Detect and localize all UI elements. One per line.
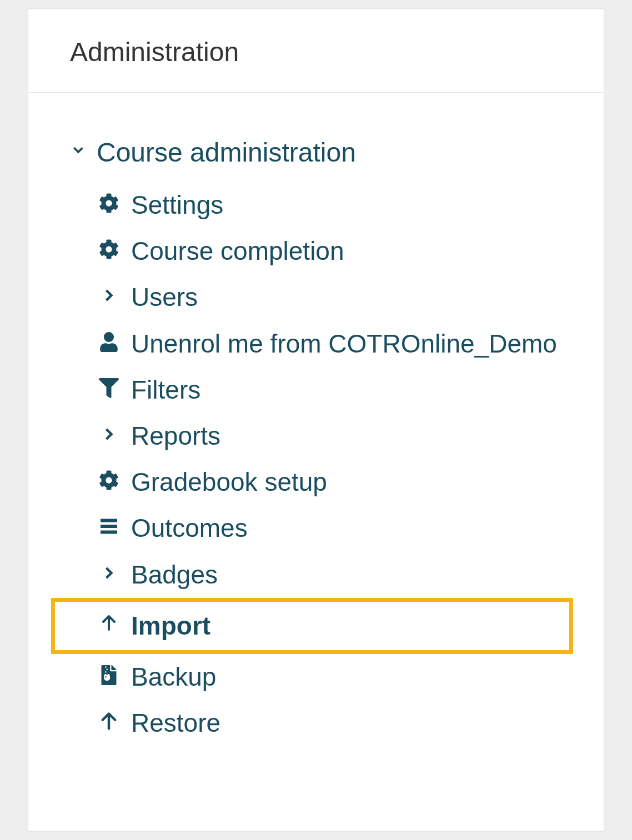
course-administration-children: Settings Course completion Users Unenrol… — [70, 182, 562, 746]
nav-item-label: Settings — [131, 190, 223, 220]
administration-header: Administration — [28, 9, 604, 93]
user-icon — [98, 332, 120, 352]
nav-item-label: Unenrol me from COTROnline_Demo — [131, 329, 557, 359]
nav-item-label: Import — [131, 611, 210, 641]
administration-title: Administration — [70, 37, 562, 67]
gear-icon — [98, 193, 120, 213]
chevron-down-icon — [70, 142, 87, 162]
nav-item-badges[interactable]: Badges — [98, 552, 562, 598]
svg-rect-0 — [101, 519, 117, 522]
nav-item-backup[interactable]: Backup — [98, 654, 562, 700]
upload-arrow-icon — [98, 711, 120, 731]
nav-item-label: Outcomes — [131, 513, 248, 544]
upload-arrow-icon — [98, 614, 120, 632]
nav-item-settings[interactable]: Settings — [98, 182, 562, 228]
nav-item-reports[interactable]: Reports — [98, 413, 562, 459]
nav-item-unenrol[interactable]: Unenrol me from COTROnline_Demo — [98, 321, 562, 367]
nav-item-label: Users — [131, 282, 198, 313]
nav-item-label: Reports — [131, 421, 220, 451]
chevron-right-icon — [98, 563, 120, 583]
administration-body: Course administration Settings Course co… — [28, 93, 604, 757]
nav-item-label: Course completion — [131, 236, 344, 266]
gear-icon — [98, 239, 120, 259]
nav-item-label: Gradebook setup — [131, 467, 327, 497]
nav-item-import[interactable]: Import — [51, 598, 573, 654]
nav-item-users[interactable]: Users — [98, 274, 562, 320]
filter-icon — [98, 378, 120, 398]
administration-block: Administration Course administration Set… — [28, 8, 604, 832]
file-archive-icon — [98, 665, 120, 685]
list-icon — [98, 516, 120, 536]
nav-item-label: Restore — [131, 708, 220, 738]
nav-item-label: Backup — [131, 662, 216, 692]
nav-item-gradebook-setup[interactable]: Gradebook setup — [98, 459, 562, 505]
course-administration-label: Course administration — [97, 137, 356, 168]
chevron-right-icon — [98, 285, 120, 305]
nav-item-course-completion[interactable]: Course completion — [98, 228, 562, 274]
gear-icon — [98, 470, 120, 490]
nav-item-label: Filters — [131, 375, 200, 405]
svg-rect-1 — [101, 525, 117, 528]
chevron-right-icon — [98, 424, 120, 444]
nav-item-outcomes[interactable]: Outcomes — [98, 505, 562, 551]
nav-item-label: Badges — [131, 560, 218, 590]
nav-item-restore[interactable]: Restore — [98, 700, 562, 746]
svg-rect-2 — [101, 531, 117, 534]
course-administration-toggle[interactable]: Course administration — [70, 137, 562, 168]
nav-item-filters[interactable]: Filters — [98, 367, 562, 413]
